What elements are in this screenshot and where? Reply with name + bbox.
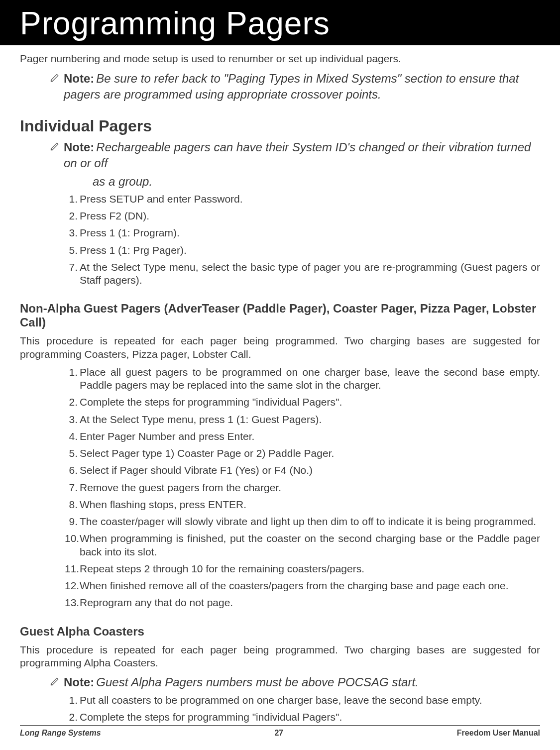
- pencil-icon: [50, 141, 60, 153]
- note-body: Guest Alpha Pagers numbers must be above…: [96, 675, 418, 689]
- note-label: Note:: [64, 675, 94, 689]
- list-item: 7.At the Select Type menu, select the ba…: [65, 261, 540, 287]
- paragraph-nonalpha: This procedure is repeated for each page…: [20, 334, 540, 361]
- list-item: 6.Select if Pager should Vibrate F1 (Yes…: [65, 464, 540, 477]
- list-item: 5.Select Pager type 1) Coaster Page or 2…: [65, 447, 540, 460]
- note-text: Note:Guest Alpha Pagers numbers must be …: [64, 674, 419, 690]
- pencil-icon: [50, 73, 60, 85]
- note-body: Be sure to refer back to "Paging Types i…: [64, 72, 519, 101]
- page-footer: Long Range Systems 27 Freedom User Manua…: [20, 725, 540, 738]
- list-item: 2.Complete the steps for programming "in…: [65, 396, 540, 409]
- title-bar: Programming Pagers: [0, 0, 560, 45]
- list-item: 1.Put all coasters to be programmed on o…: [65, 694, 540, 707]
- list-item: 11.Repeat steps 2 through 10 for the rem…: [65, 562, 540, 575]
- list-item: 9.The coaster/pager will slowly vibrate …: [65, 515, 540, 528]
- list-nonalpha: 1.Place all guest pagers to be programme…: [65, 366, 540, 610]
- list-item: 2.Press F2 (DN).: [65, 210, 540, 222]
- note-block-3: Note:Guest Alpha Pagers numbers must be …: [50, 674, 540, 690]
- list-item: 2.Complete the steps for programming "in…: [65, 711, 540, 724]
- note-body-line2: as a group.: [93, 174, 540, 190]
- list-item: 8.When flashing stops, press ENTER.: [65, 498, 540, 511]
- footer-page-number: 27: [274, 729, 283, 738]
- heading-individual-pagers: Individual Pagers: [20, 117, 540, 135]
- list-item: 4.Enter Pager Number and press Enter.: [65, 430, 540, 443]
- list-item: 12.When finished remove all of the coast…: [65, 579, 540, 592]
- footer-right: Freedom User Manual: [457, 729, 540, 738]
- list-item: 1.Press SETUP and enter Password.: [65, 193, 540, 206]
- list-item: 1.Place all guest pagers to be programme…: [65, 366, 540, 392]
- list-item: 3.At the Select Type menu, press 1 (1: G…: [65, 413, 540, 426]
- note-label: Note:: [64, 140, 94, 154]
- note-text: Note:Rechargeable pagers can have their …: [64, 139, 540, 190]
- heading-alpha: Guest Alpha Coasters: [20, 625, 540, 639]
- page-title: Programming Pagers: [20, 5, 540, 42]
- pencil-icon: [50, 676, 60, 688]
- heading-nonalpha: Non-Alpha Guest Pagers (AdverTeaser (Pad…: [20, 302, 540, 329]
- note-block-2: Note:Rechargeable pagers can have their …: [50, 139, 540, 190]
- note-block-1: Note:Be sure to refer back to "Paging Ty…: [50, 71, 540, 103]
- list-individual: 1.Press SETUP and enter Password. 2.Pres…: [65, 193, 540, 287]
- list-item: 7.Remove the guest pagers from the charg…: [65, 481, 540, 494]
- list-item: 13.Reprogram any that do not page.: [65, 596, 540, 609]
- note-text: Note:Be sure to refer back to "Paging Ty…: [64, 71, 540, 103]
- list-item: 10.When programming is finished, put the…: [65, 532, 540, 558]
- paragraph-alpha: This procedure is repeated for each page…: [20, 643, 540, 670]
- intro-text: Pager numbering and mode setup is used t…: [20, 53, 540, 65]
- list-alpha: 1.Put all coasters to be programmed on o…: [65, 694, 540, 724]
- list-item: 5.Press 1 (1: Prg Pager).: [65, 244, 540, 257]
- note-body-line1: Rechargeable pagers can have their Syste…: [64, 140, 531, 170]
- list-item: 3.Press 1 (1: Program).: [65, 226, 540, 239]
- footer-left: Long Range Systems: [20, 729, 101, 738]
- note-label: Note:: [64, 72, 94, 85]
